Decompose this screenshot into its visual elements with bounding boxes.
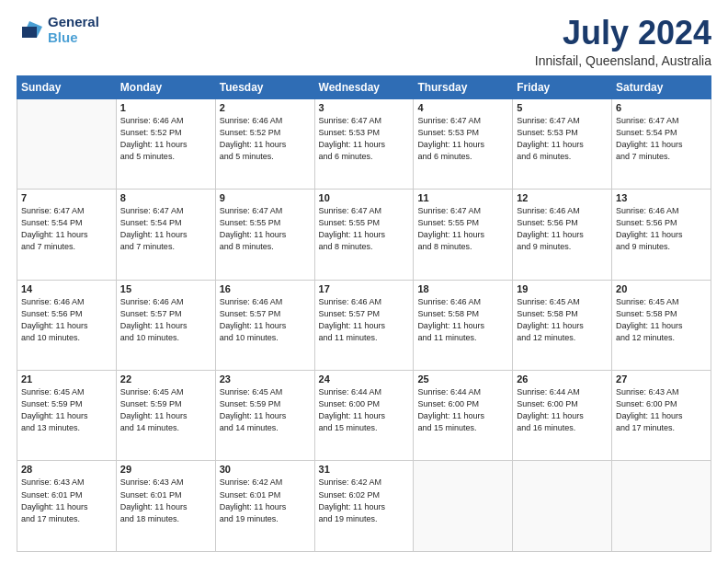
day-info: Sunrise: 6:43 AMSunset: 6:01 PMDaylight:… [120, 477, 211, 524]
day-info: Sunrise: 6:46 AMSunset: 5:52 PMDaylight:… [220, 115, 311, 163]
calendar-cell: 29Sunrise: 6:43 AMSunset: 6:01 PMDayligh… [116, 461, 215, 552]
day-info: Sunrise: 6:47 AMSunset: 5:53 PMDaylight:… [319, 115, 410, 163]
calendar-cell: 27Sunrise: 6:43 AMSunset: 6:00 PMDayligh… [612, 371, 711, 461]
calendar-cell: 3Sunrise: 6:47 AMSunset: 5:53 PMDaylight… [314, 98, 414, 189]
day-number: 28 [21, 464, 112, 475]
calendar-cell: 20Sunrise: 6:45 AMSunset: 5:58 PMDayligh… [612, 280, 711, 370]
day-number: 13 [616, 192, 707, 203]
title-block: July 2024 Innisfail, Queensland, Austral… [535, 15, 711, 68]
day-info: Sunrise: 6:47 AMSunset: 5:54 PMDaylight:… [21, 205, 112, 253]
day-number: 7 [21, 192, 112, 203]
day-number: 20 [616, 283, 707, 294]
calendar-cell [17, 98, 117, 189]
day-number: 22 [120, 373, 211, 385]
day-number: 5 [517, 102, 608, 113]
calendar-header: SundayMondayTuesdayWednesdayThursdayFrid… [17, 75, 711, 98]
day-number: 30 [220, 464, 311, 475]
calendar-cell: 2Sunrise: 6:46 AMSunset: 5:52 PMDaylight… [215, 98, 314, 189]
day-info: Sunrise: 6:44 AMSunset: 6:00 PMDaylight:… [417, 386, 508, 434]
day-info: Sunrise: 6:46 AMSunset: 5:57 PMDaylight:… [220, 296, 311, 344]
day-number: 15 [120, 283, 211, 294]
calendar-cell: 30Sunrise: 6:42 AMSunset: 6:01 PMDayligh… [215, 461, 314, 552]
calendar-cell: 12Sunrise: 6:46 AMSunset: 5:56 PMDayligh… [513, 190, 612, 280]
logo-line1: General [48, 15, 99, 30]
calendar-cell: 26Sunrise: 6:44 AMSunset: 6:00 PMDayligh… [513, 371, 612, 461]
day-number: 9 [220, 192, 311, 203]
day-info: Sunrise: 6:46 AMSunset: 5:56 PMDaylight:… [21, 296, 112, 344]
day-info: Sunrise: 6:46 AMSunset: 5:56 PMDaylight:… [517, 205, 608, 253]
logo-line2: Blue [48, 30, 99, 46]
day-number: 6 [616, 102, 707, 113]
calendar-cell: 22Sunrise: 6:45 AMSunset: 5:59 PMDayligh… [116, 371, 215, 461]
page: General Blue July 2024 Innisfail, Queens… [0, 0, 728, 563]
svg-marker-1 [22, 27, 37, 38]
day-info: Sunrise: 6:45 AMSunset: 5:59 PMDaylight:… [21, 386, 112, 434]
calendar-cell: 23Sunrise: 6:45 AMSunset: 5:59 PMDayligh… [215, 371, 314, 461]
day-info: Sunrise: 6:45 AMSunset: 5:58 PMDaylight:… [616, 296, 707, 344]
day-info: Sunrise: 6:47 AMSunset: 5:54 PMDaylight:… [616, 115, 707, 163]
calendar-cell: 14Sunrise: 6:46 AMSunset: 5:56 PMDayligh… [17, 280, 117, 370]
day-number: 14 [21, 283, 112, 294]
calendar-cell: 4Sunrise: 6:47 AMSunset: 5:53 PMDaylight… [414, 98, 513, 189]
header-row: SundayMondayTuesdayWednesdayThursdayFrid… [17, 75, 711, 98]
calendar-cell: 17Sunrise: 6:46 AMSunset: 5:57 PMDayligh… [314, 280, 414, 370]
day-number: 31 [319, 464, 410, 475]
calendar-cell: 16Sunrise: 6:46 AMSunset: 5:57 PMDayligh… [215, 280, 314, 370]
calendar-cell: 7Sunrise: 6:47 AMSunset: 5:54 PMDaylight… [17, 190, 117, 280]
calendar-cell: 10Sunrise: 6:47 AMSunset: 5:55 PMDayligh… [314, 190, 414, 280]
day-number: 12 [517, 192, 608, 203]
day-number: 25 [417, 373, 508, 385]
calendar-cell: 21Sunrise: 6:45 AMSunset: 5:59 PMDayligh… [17, 371, 117, 461]
calendar-cell: 18Sunrise: 6:46 AMSunset: 5:58 PMDayligh… [414, 280, 513, 370]
day-info: Sunrise: 6:47 AMSunset: 5:53 PMDaylight:… [517, 115, 608, 163]
week-row-1: 7Sunrise: 6:47 AMSunset: 5:54 PMDaylight… [17, 190, 711, 280]
calendar-cell: 19Sunrise: 6:45 AMSunset: 5:58 PMDayligh… [513, 280, 612, 370]
calendar-cell: 25Sunrise: 6:44 AMSunset: 6:00 PMDayligh… [414, 371, 513, 461]
logo: General Blue [17, 15, 99, 45]
day-info: Sunrise: 6:46 AMSunset: 5:57 PMDaylight:… [319, 296, 410, 344]
day-number: 1 [120, 102, 211, 113]
day-info: Sunrise: 6:43 AMSunset: 6:00 PMDaylight:… [616, 386, 707, 434]
day-info: Sunrise: 6:46 AMSunset: 5:52 PMDaylight:… [120, 115, 211, 163]
day-info: Sunrise: 6:47 AMSunset: 5:55 PMDaylight:… [220, 205, 311, 253]
header-cell-tuesday: Tuesday [215, 75, 314, 98]
day-info: Sunrise: 6:44 AMSunset: 6:00 PMDaylight:… [517, 386, 608, 434]
calendar-body: 1Sunrise: 6:46 AMSunset: 5:52 PMDaylight… [17, 98, 711, 551]
day-info: Sunrise: 6:47 AMSunset: 5:55 PMDaylight:… [417, 205, 508, 253]
day-number: 29 [120, 464, 211, 475]
day-info: Sunrise: 6:47 AMSunset: 5:53 PMDaylight:… [417, 115, 508, 163]
week-row-4: 28Sunrise: 6:43 AMSunset: 6:01 PMDayligh… [17, 461, 711, 552]
day-info: Sunrise: 6:42 AMSunset: 6:01 PMDaylight:… [220, 477, 311, 524]
calendar-cell: 13Sunrise: 6:46 AMSunset: 5:56 PMDayligh… [612, 190, 711, 280]
calendar-cell: 6Sunrise: 6:47 AMSunset: 5:54 PMDaylight… [612, 98, 711, 189]
header-cell-wednesday: Wednesday [314, 75, 414, 98]
day-info: Sunrise: 6:45 AMSunset: 5:58 PMDaylight:… [517, 296, 608, 344]
calendar-cell: 24Sunrise: 6:44 AMSunset: 6:00 PMDayligh… [314, 371, 414, 461]
calendar-table: SundayMondayTuesdayWednesdayThursdayFrid… [17, 75, 711, 552]
day-number: 17 [319, 283, 410, 294]
day-number: 10 [319, 192, 410, 203]
calendar-cell: 9Sunrise: 6:47 AMSunset: 5:55 PMDaylight… [215, 190, 314, 280]
calendar-cell: 5Sunrise: 6:47 AMSunset: 5:53 PMDaylight… [513, 98, 612, 189]
header: General Blue July 2024 Innisfail, Queens… [17, 15, 711, 68]
day-info: Sunrise: 6:45 AMSunset: 5:59 PMDaylight:… [220, 386, 311, 434]
day-number: 27 [616, 373, 707, 385]
day-info: Sunrise: 6:47 AMSunset: 5:54 PMDaylight:… [120, 205, 211, 253]
subtitle: Innisfail, Queensland, Australia [535, 53, 711, 68]
calendar-cell [414, 461, 513, 552]
week-row-0: 1Sunrise: 6:46 AMSunset: 5:52 PMDaylight… [17, 98, 711, 189]
week-row-3: 21Sunrise: 6:45 AMSunset: 5:59 PMDayligh… [17, 371, 711, 461]
day-number: 23 [220, 373, 311, 385]
calendar-cell: 28Sunrise: 6:43 AMSunset: 6:01 PMDayligh… [17, 461, 117, 552]
header-cell-monday: Monday [116, 75, 215, 98]
day-info: Sunrise: 6:46 AMSunset: 5:56 PMDaylight:… [616, 205, 707, 253]
day-number: 26 [517, 373, 608, 385]
day-number: 3 [319, 102, 410, 113]
header-cell-saturday: Saturday [612, 75, 711, 98]
calendar-cell: 15Sunrise: 6:46 AMSunset: 5:57 PMDayligh… [116, 280, 215, 370]
week-row-2: 14Sunrise: 6:46 AMSunset: 5:56 PMDayligh… [17, 280, 711, 370]
day-number: 16 [220, 283, 311, 294]
calendar-cell: 11Sunrise: 6:47 AMSunset: 5:55 PMDayligh… [414, 190, 513, 280]
day-number: 21 [21, 373, 112, 385]
calendar-cell: 31Sunrise: 6:42 AMSunset: 6:02 PMDayligh… [314, 461, 414, 552]
